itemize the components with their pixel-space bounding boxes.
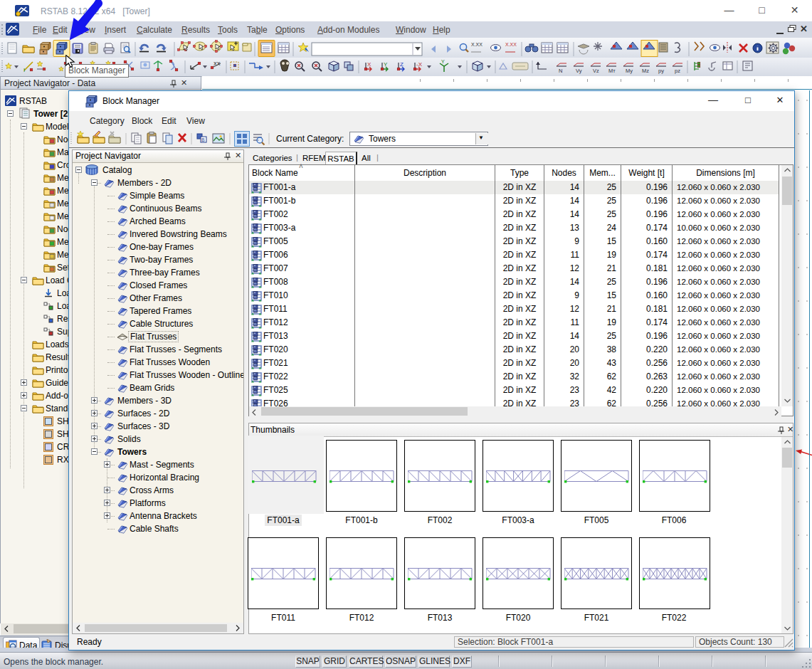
svg-text:Y: Y (384, 61, 388, 68)
svg-text:pz: pz (675, 68, 680, 74)
svg-text:Mᴛ: Mᴛ (608, 68, 616, 74)
svg-text:X.XX: X.XX (471, 42, 483, 47)
svg-text:Vz: Vz (593, 68, 599, 74)
svg-text:B: B (201, 137, 205, 142)
svg-text:Mz: Mz (642, 68, 649, 74)
svg-text:My: My (626, 68, 633, 74)
svg-text:-X: -X (416, 61, 423, 68)
svg-text:Vy: Vy (576, 68, 582, 74)
svg-text:Y: Y (441, 59, 445, 64)
svg-text:X: X (367, 61, 371, 68)
svg-text:N: N (559, 68, 562, 74)
svg-text:X.XX: X.XX (505, 42, 517, 47)
svg-text:Z: Z (400, 61, 404, 68)
svg-text:I: I (23, 67, 25, 73)
svg-text:py: py (658, 68, 664, 74)
